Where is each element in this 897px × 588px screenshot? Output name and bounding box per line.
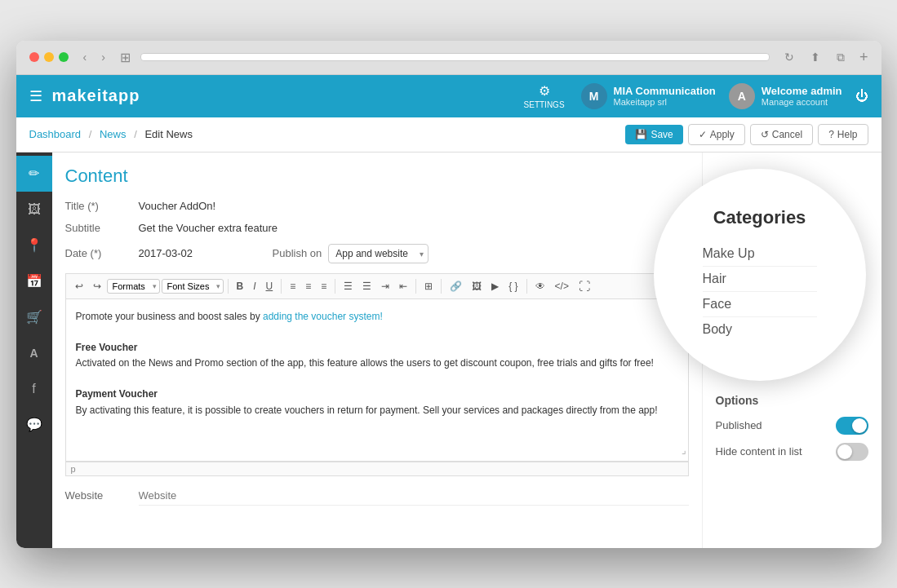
breadcrumb-current: Edit News	[144, 128, 193, 140]
user1-text: MIA Communication Makeitapp srl	[614, 85, 716, 107]
sidebar-icon-shop[interactable]: 🛒	[16, 299, 52, 335]
toggle-knob-hide	[837, 444, 852, 459]
user2-text: Welcome admin Manage account	[762, 85, 842, 107]
fullscreen-button[interactable]: ⛶	[575, 277, 594, 295]
browser-dots	[29, 52, 69, 62]
published-label: Published	[716, 419, 762, 431]
right-panel: Categories Make Up Hair Face Body Option…	[702, 153, 881, 548]
link-button[interactable]: 🔗	[446, 278, 466, 294]
sidebar-icon-edit[interactable]: ✏	[16, 156, 52, 192]
user1-sub: Makeitapp srl	[614, 97, 716, 107]
sidebar-icon-text[interactable]: A	[16, 335, 52, 371]
cancel-icon: ↺	[761, 129, 769, 140]
settings-button[interactable]: ⚙ SETTINGS	[524, 83, 565, 109]
underline-button[interactable]: U	[262, 278, 278, 294]
subtitle-label: Subtitle	[65, 222, 139, 234]
app: ☰ makeitapp ⚙ SETTINGS M MIA Communicati…	[16, 75, 881, 548]
editor-section2-body: By activating this feature, it is possib…	[76, 403, 678, 418]
options-section: Options Published Hide content in list	[716, 394, 868, 461]
date-row: Date (*) 2017-03-02 Publish on App and w…	[65, 244, 689, 263]
align-left-button[interactable]: ≡	[286, 278, 300, 294]
sidebar-icon-facebook[interactable]: f	[16, 371, 52, 407]
user2-action: Manage account	[762, 97, 842, 107]
browser-actions: ↻ ⬆ ⧉	[779, 49, 850, 66]
content-title: Content	[65, 166, 689, 187]
publish-select[interactable]: App and website App only Website only	[328, 244, 429, 263]
apply-button[interactable]: ✓ Apply	[688, 124, 745, 145]
action-buttons: 💾 Save ✓ Apply ↺ Cancel ? Help	[625, 124, 868, 145]
indent-button[interactable]: ⇥	[377, 278, 393, 294]
undo-button[interactable]: ↩	[71, 278, 87, 294]
new-tab-button[interactable]: +	[859, 49, 868, 66]
close-dot[interactable]	[29, 52, 39, 62]
minimize-dot[interactable]	[44, 52, 54, 62]
formats-dropdown[interactable]: Formats	[107, 279, 160, 294]
subtitle-value[interactable]: Get the Voucher extra feature	[139, 222, 689, 234]
sidebar-icon-chat[interactable]: 💬	[16, 407, 52, 443]
sidebar-toggle-button[interactable]: ⊞	[120, 50, 131, 65]
hamburger-icon[interactable]: ☰	[29, 87, 42, 105]
table-button[interactable]: ⊞	[420, 278, 437, 294]
subtitle-row: Subtitle Get the Voucher extra feature	[65, 222, 689, 234]
date-label: Date (*)	[65, 247, 139, 259]
source-button[interactable]: </>	[551, 278, 573, 294]
share-button[interactable]: ⬆	[806, 49, 825, 66]
breadcrumb-news[interactable]: News	[100, 128, 127, 140]
save-button[interactable]: 💾 Save	[625, 125, 682, 144]
hide-toggle[interactable]	[836, 443, 868, 461]
media-button[interactable]: ▶	[487, 278, 503, 294]
published-row: Published	[716, 417, 868, 435]
user2-avatar: A	[729, 83, 755, 109]
gear-icon: ⚙	[539, 83, 550, 99]
editor-content[interactable]: Promote your business and boost sales by…	[65, 298, 689, 462]
address-bar[interactable]	[140, 53, 770, 61]
editor-tag: p	[65, 462, 689, 476]
category-body[interactable]: Body	[703, 317, 817, 342]
title-value[interactable]: Voucher AddOn!	[139, 200, 689, 212]
top-nav: ☰ makeitapp ⚙ SETTINGS M MIA Communicati…	[16, 75, 881, 117]
forward-button[interactable]: ›	[96, 49, 110, 65]
redo-button[interactable]: ↪	[89, 278, 105, 294]
cancel-button[interactable]: ↺ Cancel	[750, 124, 813, 145]
back-button[interactable]: ‹	[78, 49, 92, 65]
breadcrumb-dashboard[interactable]: Dashboard	[29, 128, 82, 140]
outdent-button[interactable]: ⇤	[395, 278, 411, 294]
breadcrumb-sep1: /	[89, 128, 92, 140]
breadcrumb-bar: Dashboard / News / Edit News 💾 Save ✓ Ap…	[16, 117, 881, 153]
help-button[interactable]: ? Help	[818, 124, 868, 145]
browser-titlebar: ‹ › ⊞ ↻ ⬆ ⧉ +	[16, 41, 881, 75]
date-value[interactable]: 2017-03-02	[139, 247, 253, 259]
website-row: Website	[65, 486, 689, 506]
image-button[interactable]: 🖼	[468, 278, 486, 294]
sidebar-icon-location[interactable]: 📍	[16, 228, 52, 263]
maximize-dot[interactable]	[59, 52, 69, 62]
sidebar-icon-calendar[interactable]: 📅	[16, 263, 52, 299]
user1-avatar: M	[581, 83, 607, 109]
resize-handle[interactable]: ⌟	[682, 443, 686, 458]
website-input[interactable]	[139, 486, 689, 506]
ordered-list-button[interactable]: ☰	[358, 278, 375, 294]
category-makeup[interactable]: Make Up	[703, 241, 817, 267]
unordered-list-button[interactable]: ☰	[340, 278, 357, 294]
embed-button[interactable]: { }	[504, 278, 522, 294]
reload-button[interactable]: ↻	[779, 49, 799, 66]
bold-button[interactable]: B	[233, 278, 248, 294]
user2-welcome: Welcome admin	[762, 85, 842, 97]
category-face[interactable]: Face	[703, 292, 817, 317]
power-button[interactable]: ⏻	[855, 89, 868, 104]
publish-label: Publish on	[273, 247, 322, 259]
category-hair[interactable]: Hair	[703, 267, 817, 292]
sidebar-icon-image[interactable]: 🖼	[16, 192, 52, 228]
italic-button[interactable]: I	[249, 278, 260, 294]
font-sizes-dropdown[interactable]: Font Sizes	[162, 279, 224, 294]
hide-row: Hide content in list	[716, 443, 868, 461]
publish-select-wrapper: App and website App only Website only	[328, 244, 429, 263]
editor-section2-title: Payment Voucher	[76, 387, 678, 402]
align-right-button[interactable]: ≡	[317, 278, 331, 294]
editor-section1-body: Activated on the News and Promo section …	[76, 356, 678, 371]
published-toggle[interactable]	[836, 417, 868, 435]
preview-button[interactable]: 👁	[531, 278, 549, 294]
breadcrumb: Dashboard / News / Edit News	[29, 128, 193, 140]
align-center-button[interactable]: ≡	[301, 278, 315, 294]
duplicate-button[interactable]: ⧉	[832, 49, 850, 66]
